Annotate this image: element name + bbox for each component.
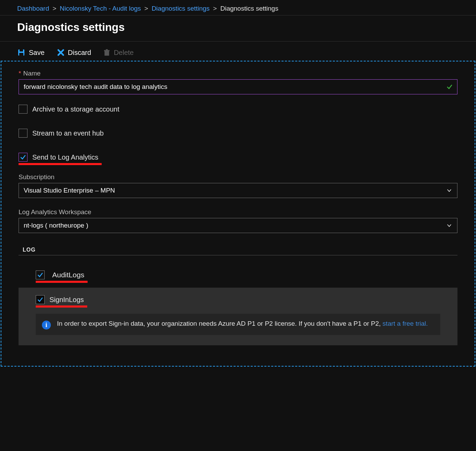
checkbox-unchecked-icon[interactable] [19, 105, 27, 114]
discard-button[interactable]: Discard [57, 49, 91, 57]
workspace-label: Log Analytics Workspace [19, 208, 457, 216]
log-heading: LOG [23, 247, 457, 253]
save-label: Save [29, 49, 45, 57]
delete-button: Delete [103, 49, 134, 57]
checkbox-checked-icon[interactable] [19, 153, 27, 162]
info-text: In order to export Sign-in data, your or… [57, 319, 428, 328]
name-label: Name [23, 70, 41, 77]
highlight-annotation: AuditLogs [36, 270, 84, 279]
workspace-dropdown[interactable]: nt-logs ( northeurope ) [19, 218, 457, 233]
highlight-annotation: SignInLogs [36, 295, 84, 304]
close-icon [57, 49, 65, 56]
name-input[interactable] [23, 83, 446, 91]
log-analytics-checkbox-row[interactable]: Send to Log Analytics [19, 153, 457, 162]
svg-rect-2 [19, 53, 23, 56]
delete-label: Delete [114, 49, 134, 57]
log-item-label: AuditLogs [52, 271, 84, 279]
workspace-value: nt-logs ( northeurope ) [24, 222, 88, 229]
info-banner: i In order to export Sign-in data, your … [36, 314, 440, 335]
breadcrumb-link-diagnostics[interactable]: Diagnostics settings [151, 5, 209, 12]
workspace-field-group: Log Analytics Workspace nt-logs ( northe… [19, 208, 457, 233]
name-label-row: * Name [19, 70, 457, 77]
svg-rect-5 [106, 49, 108, 50]
chevron-right-icon: > [53, 5, 56, 12]
chevron-right-icon: > [213, 5, 217, 12]
toolbar: Save Discard Delete [0, 42, 476, 61]
checkbox-checked-icon[interactable] [36, 295, 45, 304]
start-trial-link[interactable]: start a free trial. [383, 320, 428, 327]
title-row: Diagnostics settings [0, 15, 476, 42]
save-icon [17, 48, 25, 57]
name-field-group: * Name [19, 70, 457, 94]
chevron-down-icon [446, 187, 452, 194]
stream-checkbox-row[interactable]: Stream to an event hub [19, 129, 457, 138]
log-item-signinlogs[interactable]: SignInLogs [36, 295, 440, 304]
highlight-annotation: Send to Log Analytics [19, 153, 98, 162]
breadcrumb: Dashboard > Nicolonsky Tech - Audit logs… [0, 0, 476, 15]
log-item-label: SignInLogs [49, 296, 84, 304]
breadcrumb-current: Diagnostics settings [220, 5, 278, 12]
trash-icon [103, 49, 110, 56]
info-icon: i [42, 321, 51, 329]
chevron-right-icon: > [144, 5, 148, 12]
breadcrumb-link-dashboard[interactable]: Dashboard [17, 5, 49, 12]
archive-label: Archive to a storage account [32, 105, 119, 113]
checkbox-checked-icon[interactable] [36, 270, 45, 279]
discard-label: Discard [68, 49, 91, 57]
valid-check-icon [446, 83, 453, 90]
log-analytics-label: Send to Log Analytics [32, 153, 98, 161]
stream-label: Stream to an event hub [32, 129, 104, 137]
subscription-field-group: Subscription Visual Studio Enterprise – … [19, 173, 457, 198]
breadcrumb-link-audit-logs[interactable]: Nicolonsky Tech - Audit logs [60, 5, 141, 12]
info-text-before: In order to export Sign-in data, your or… [57, 320, 383, 327]
log-item-auditlogs[interactable]: AuditLogs [19, 266, 457, 284]
save-button[interactable]: Save [17, 48, 45, 57]
archive-checkbox-row[interactable]: Archive to a storage account [19, 105, 457, 114]
form-panel: * Name Archive to a storage account Stre… [1, 61, 475, 367]
subscription-label: Subscription [19, 173, 457, 181]
divider [19, 255, 457, 255]
subscription-value: Visual Studio Enterprise – MPN [24, 187, 115, 194]
required-star-icon: * [19, 70, 21, 77]
log-item-signinlogs-panel: SignInLogs i In order to export Sign-in … [19, 288, 457, 345]
subscription-dropdown[interactable]: Visual Studio Enterprise – MPN [19, 183, 457, 198]
page-title: Diagnostics settings [17, 21, 459, 34]
chevron-down-icon [446, 222, 452, 229]
svg-rect-1 [20, 49, 23, 51]
checkbox-unchecked-icon[interactable] [19, 129, 27, 138]
name-input-wrap[interactable] [19, 79, 457, 94]
